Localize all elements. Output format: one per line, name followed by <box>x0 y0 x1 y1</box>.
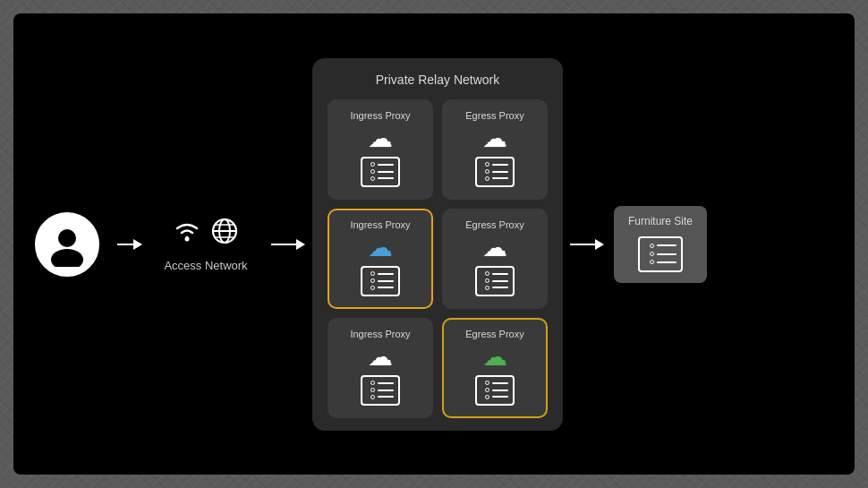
cloud-icon-white: ☁ <box>368 126 393 151</box>
server-body <box>475 375 515 406</box>
server-dot <box>370 278 375 283</box>
server-dot <box>650 260 654 264</box>
relay-panel: Private Relay Network Ingress Proxy ☁ <box>312 58 563 431</box>
server-row <box>485 271 508 276</box>
server-line <box>378 171 394 173</box>
access-network-label: Access Network <box>164 259 247 272</box>
access-network-section: Access Network <box>148 216 264 272</box>
proxy-card-ingress-mid: Ingress Proxy ☁ <box>328 209 433 309</box>
server-row <box>485 381 508 385</box>
proxy-card-ingress-top: Ingress Proxy ☁ <box>328 99 433 200</box>
server-line <box>378 280 394 282</box>
svg-point-1 <box>51 249 83 267</box>
server-line <box>492 382 508 384</box>
server-line <box>492 164 508 166</box>
globe-icon <box>209 216 240 250</box>
server-icon <box>475 266 515 296</box>
proxy-label: Egress Proxy <box>465 219 523 230</box>
server-dot <box>485 395 489 399</box>
proxy-card-egress-top: Egress Proxy ☁ <box>442 99 548 200</box>
server-row <box>485 162 508 167</box>
server-row <box>485 169 508 174</box>
furniture-site-section: Furniture Site <box>611 206 710 283</box>
server-dot <box>485 286 489 290</box>
server-line <box>378 164 394 166</box>
site-card: Furniture Site <box>614 206 707 283</box>
server-row <box>370 388 394 392</box>
server-dot <box>370 176 375 181</box>
server-dot <box>370 395 375 399</box>
server-line <box>378 273 394 275</box>
arrow-head <box>595 239 604 250</box>
server-row <box>370 286 394 290</box>
server-row <box>485 286 508 290</box>
server-body <box>361 266 400 296</box>
arrow-head <box>133 239 142 250</box>
server-dot <box>370 169 375 174</box>
cloud-icon-white: ☁ <box>482 126 507 151</box>
cloud-icon-white: ☁ <box>368 345 393 370</box>
server-line <box>378 177 394 179</box>
server-dot <box>485 176 489 181</box>
user-section <box>22 212 112 277</box>
server-row <box>370 176 394 181</box>
arrow-line <box>271 244 296 245</box>
cloud-icon-white: ☁ <box>482 235 507 261</box>
arrow-network-to-relay <box>271 239 305 250</box>
server-row <box>370 278 394 283</box>
server-icon <box>638 236 683 272</box>
proxy-card-ingress-bot: Ingress Proxy ☁ <box>328 318 433 418</box>
wifi-icon <box>172 218 202 249</box>
server-icon <box>475 157 515 187</box>
server-line <box>492 396 508 398</box>
proxy-label: Ingress Proxy <box>350 219 410 230</box>
server-row <box>370 169 394 174</box>
server-body <box>475 266 515 296</box>
server-line <box>492 390 508 391</box>
server-row <box>370 271 394 276</box>
server-line <box>492 177 508 179</box>
server-row <box>485 395 508 399</box>
server-dot <box>485 278 489 283</box>
arrow-line <box>570 244 595 245</box>
server-dot <box>485 271 489 276</box>
relay-title: Private Relay Network <box>376 73 500 87</box>
server-dot <box>650 252 654 256</box>
server-row <box>485 176 508 181</box>
server-row <box>370 395 394 399</box>
content-area: Access Network Private Relay Network Ing… <box>13 13 855 475</box>
server-dot <box>370 388 375 392</box>
server-line <box>492 280 508 282</box>
server-dot <box>370 381 375 385</box>
site-label: Furniture Site <box>628 215 693 227</box>
proxy-label: Ingress Proxy <box>350 329 410 339</box>
server-body <box>475 157 515 187</box>
server-icon <box>361 375 400 406</box>
cloud-icon-green: ☁ <box>482 345 507 370</box>
avatar <box>35 212 99 277</box>
server-line <box>378 287 394 288</box>
proxy-label: Egress Proxy <box>465 110 523 121</box>
server-icon <box>475 375 515 406</box>
server-row <box>650 252 677 256</box>
server-line <box>657 253 677 255</box>
svg-point-2 <box>185 236 190 241</box>
server-line <box>657 244 677 246</box>
server-body <box>361 375 400 406</box>
server-dot <box>370 162 375 167</box>
server-icon <box>361 266 400 296</box>
server-dot <box>485 381 489 385</box>
server-line <box>492 273 508 275</box>
server-row <box>370 162 394 167</box>
arrow-line <box>117 244 133 245</box>
diagram: Access Network Private Relay Network Ing… <box>22 25 846 464</box>
arrow-head <box>296 239 305 250</box>
server-row <box>485 388 508 392</box>
server-body <box>361 157 400 187</box>
arrow-relay-to-site <box>570 239 604 250</box>
server-dot <box>370 271 375 276</box>
server-line <box>657 261 677 263</box>
proxy-label: Ingress Proxy <box>350 110 410 121</box>
server-dot <box>485 169 489 174</box>
access-icons <box>172 216 240 250</box>
